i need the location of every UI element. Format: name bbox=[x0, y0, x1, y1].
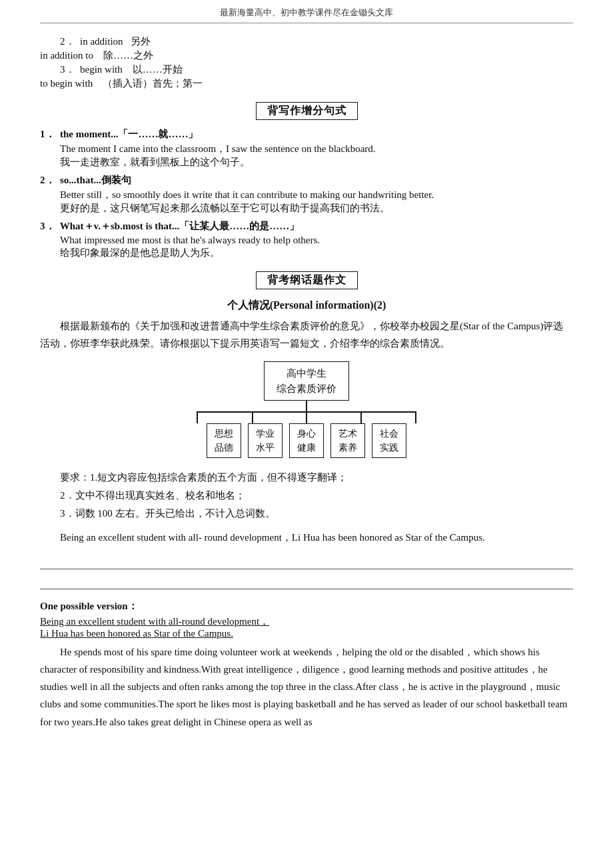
leaf2-line1: 学业 bbox=[256, 429, 275, 439]
answer-line-1 bbox=[40, 553, 573, 569]
leaf4-line1: 艺术 bbox=[338, 429, 357, 439]
section2-title-box: 背考纲话题作文 bbox=[40, 271, 573, 289]
req-2-text: 2．文中不得出现真实姓名、校名和地名； bbox=[60, 490, 245, 501]
leaf2-line2: 水平 bbox=[256, 443, 275, 453]
leaf1-line2: 品德 bbox=[215, 443, 233, 453]
s1-item2-num: 2． bbox=[40, 175, 55, 185]
req-1: 要求：1.短文内容应包括综合素质的五个方面，但不得逐字翻译； bbox=[40, 469, 573, 487]
req-3: 3．词数 100 左右。开头已给出，不计入总词数。 bbox=[40, 505, 573, 523]
requirements: 要求：1.短文内容应包括综合素质的五个方面，但不得逐字翻译； 2．文中不得出现真… bbox=[40, 469, 573, 523]
pv-label: One possible version： bbox=[40, 600, 573, 613]
section1-title-box: 背写作增分句式 bbox=[40, 102, 573, 120]
s1-item3-en: What impressed me most is that he's alwa… bbox=[60, 235, 573, 246]
vocab-num3: 3． bbox=[60, 64, 75, 75]
leaf3-line1: 身心 bbox=[297, 429, 316, 439]
s1-item3-label: What＋v.＋sb.most is that...「让某人最……的是……」 bbox=[57, 221, 299, 231]
vocab-item-2b: in addition to 除……之外 bbox=[40, 49, 573, 62]
vocab-phrase: in addition bbox=[77, 36, 128, 47]
section2-title: 背考纲话题作文 bbox=[256, 271, 358, 289]
diagram-top-box: 高中学生 综合素质评价 bbox=[264, 361, 349, 401]
vocab-section: 2． in addition 另外 in addition to 除……之外 3… bbox=[40, 35, 573, 90]
diagram: 高中学生 综合素质评价 思想 品德 bbox=[40, 361, 573, 458]
req-2: 2．文中不得出现真实姓名、校名和地名； bbox=[40, 487, 573, 505]
pv-second-line: Li Hua has been honored as Star of the C… bbox=[40, 628, 573, 639]
leaf4-line2: 素养 bbox=[338, 443, 357, 453]
diagram-leaf-3: 身心 健康 bbox=[289, 423, 324, 458]
leaf5-line2: 实践 bbox=[380, 443, 398, 453]
pv-first-line: Being an excellent student with all-roun… bbox=[40, 615, 573, 628]
starter-content: Being an excellent student with all- rou… bbox=[60, 532, 485, 543]
vocab-meaning3b: （插入语）首先；第一 bbox=[103, 78, 203, 89]
s1-item2-en: Better still，so smoothly does it write t… bbox=[60, 189, 573, 201]
diagram-leaf-2: 学业 水平 bbox=[248, 423, 283, 458]
page: 最新海量高中、初中教学课件尽在金锄头文库 2． in addition 另外 i… bbox=[0, 0, 613, 868]
diagram-leaf-1: 思想 品德 bbox=[207, 423, 241, 458]
s1-item1-num: 1． bbox=[40, 129, 55, 139]
intro-content: 根据最新颁布的《关于加强和改进普通高中学生综合素质评价的意见》，你校举办校园之星… bbox=[40, 321, 563, 349]
diagram-top-line1: 高中学生 bbox=[287, 368, 326, 379]
s1-item2: 2． so...that...倒装句 bbox=[40, 174, 573, 187]
req-3-text: 3．词数 100 左右。开头已给出，不计入总词数。 bbox=[60, 508, 275, 519]
section1-title: 背写作增分句式 bbox=[256, 102, 358, 120]
vocab-phrase2: in addition to bbox=[40, 50, 101, 61]
vocab-num: 2． bbox=[60, 36, 75, 47]
s1-item3-zh: 给我印象最深的是他总是助人为乐。 bbox=[60, 247, 573, 259]
pv-body: He spends most of his spare time doing v… bbox=[40, 643, 573, 731]
leaf1-line1: 思想 bbox=[215, 429, 233, 439]
s1-item1-zh: 我一走进教室，就看到黑板上的这个句子。 bbox=[60, 156, 573, 169]
leaf3-line2: 健康 bbox=[297, 443, 316, 453]
intro-text: 根据最新颁布的《关于加强和改进普通高中学生综合素质评价的意见》，你校举办校园之星… bbox=[40, 318, 573, 352]
vocab-item-3b: to begin with （插入语）首先；第一 bbox=[40, 77, 573, 90]
s1-item1-en: The moment I came into the classroom，I s… bbox=[60, 143, 573, 155]
req-1-text: 要求：1.短文内容应包括综合素质的五个方面，但不得逐字翻译； bbox=[60, 472, 347, 483]
topic-title-text: 个人情况(Personal information)(2) bbox=[227, 299, 386, 311]
diagram-leaf-4: 艺术 素养 bbox=[330, 423, 365, 458]
s1-item3-num: 3． bbox=[40, 221, 55, 231]
vocab-meaning2: 除……之外 bbox=[103, 50, 153, 61]
vocab-phrase3b: to begin with bbox=[40, 78, 100, 89]
s1-item1: 1． the moment...「一……就……」 bbox=[40, 128, 573, 141]
header-bar: 最新海量高中、初中教学课件尽在金锄头文库 bbox=[40, 0, 573, 23]
s1-item2-label: so...that...倒装句 bbox=[57, 175, 131, 185]
diagram-branches: 思想 品德 学业 水平 身心 健康 艺术 素养 社会 实践 bbox=[207, 423, 406, 458]
header-text: 最新海量高中、初中教学课件尽在金锄头文库 bbox=[220, 7, 393, 17]
vocab-item-2: 2． in addition 另外 bbox=[40, 35, 573, 48]
starter-text: Being an excellent student with all- rou… bbox=[40, 529, 573, 547]
possible-version: One possible version： Being an excellent… bbox=[40, 596, 573, 731]
vocab-meaning: 另外 bbox=[131, 36, 151, 47]
vocab-phrase3: begin with bbox=[77, 64, 130, 75]
vocab-meaning3: 以……开始 bbox=[133, 64, 183, 75]
leaf5-line1: 社会 bbox=[380, 429, 398, 439]
vocab-item-3: 3． begin with 以……开始 bbox=[40, 63, 573, 76]
s1-item1-label: the moment...「一……就……」 bbox=[57, 129, 198, 139]
answer-area bbox=[40, 553, 573, 589]
s1-item3: 3． What＋v.＋sb.most is that...「让某人最……的是……… bbox=[40, 220, 573, 233]
diagram-leaf-5: 社会 实践 bbox=[372, 423, 406, 458]
s1-item2-zh: 更好的是，这只钢笔写起来那么流畅以至于它可以有助于提高我们的书法。 bbox=[60, 202, 573, 215]
diagram-top-line2: 综合素质评价 bbox=[277, 383, 336, 394]
answer-line-2 bbox=[40, 573, 573, 589]
topic-title: 个人情况(Personal information)(2) bbox=[40, 299, 573, 313]
section1-items: 1． the moment...「一……就……」 The moment I ca… bbox=[40, 128, 573, 259]
